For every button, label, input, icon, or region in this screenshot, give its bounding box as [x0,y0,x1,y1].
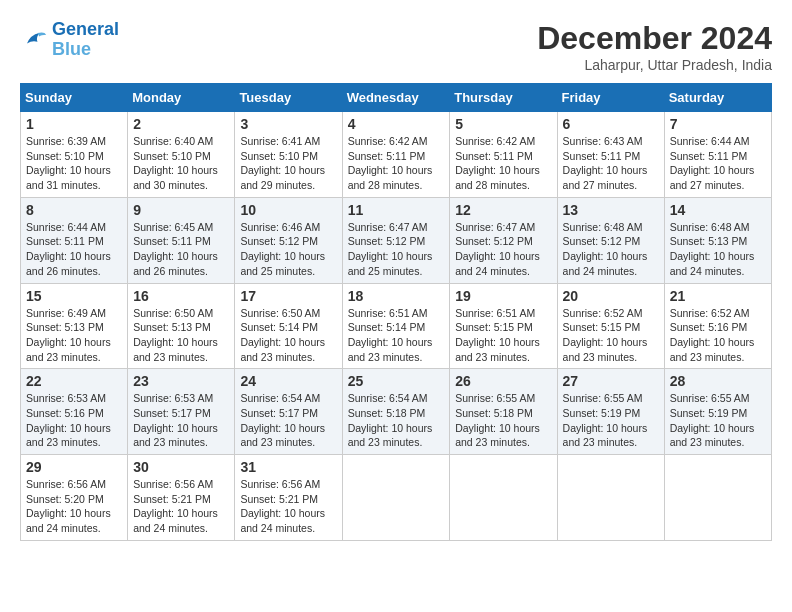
day-number: 1 [26,116,122,132]
day-info: Sunrise: 6:44 AMSunset: 5:11 PMDaylight:… [26,221,111,277]
day-number: 28 [670,373,766,389]
day-info: Sunrise: 6:47 AMSunset: 5:12 PMDaylight:… [348,221,433,277]
day-info: Sunrise: 6:45 AMSunset: 5:11 PMDaylight:… [133,221,218,277]
weekday-header-saturday: Saturday [664,84,771,112]
weekday-header-monday: Monday [128,84,235,112]
day-info: Sunrise: 6:56 AMSunset: 5:21 PMDaylight:… [240,478,325,534]
day-number: 3 [240,116,336,132]
calendar-cell: 22 Sunrise: 6:53 AMSunset: 5:16 PMDaylig… [21,369,128,455]
calendar-week-row: 29 Sunrise: 6:56 AMSunset: 5:20 PMDaylig… [21,455,772,541]
day-number: 9 [133,202,229,218]
day-number: 5 [455,116,551,132]
day-number: 6 [563,116,659,132]
calendar-cell: 29 Sunrise: 6:56 AMSunset: 5:20 PMDaylig… [21,455,128,541]
day-number: 24 [240,373,336,389]
calendar-cell: 19 Sunrise: 6:51 AMSunset: 5:15 PMDaylig… [450,283,557,369]
day-info: Sunrise: 6:41 AMSunset: 5:10 PMDaylight:… [240,135,325,191]
day-info: Sunrise: 6:55 AMSunset: 5:18 PMDaylight:… [455,392,540,448]
day-info: Sunrise: 6:48 AMSunset: 5:12 PMDaylight:… [563,221,648,277]
day-info: Sunrise: 6:50 AMSunset: 5:14 PMDaylight:… [240,307,325,363]
calendar-cell: 28 Sunrise: 6:55 AMSunset: 5:19 PMDaylig… [664,369,771,455]
calendar-cell: 21 Sunrise: 6:52 AMSunset: 5:16 PMDaylig… [664,283,771,369]
calendar-cell: 23 Sunrise: 6:53 AMSunset: 5:17 PMDaylig… [128,369,235,455]
calendar-cell: 16 Sunrise: 6:50 AMSunset: 5:13 PMDaylig… [128,283,235,369]
logo-icon [20,26,48,54]
day-info: Sunrise: 6:40 AMSunset: 5:10 PMDaylight:… [133,135,218,191]
calendar-cell: 12 Sunrise: 6:47 AMSunset: 5:12 PMDaylig… [450,197,557,283]
calendar-cell: 30 Sunrise: 6:56 AMSunset: 5:21 PMDaylig… [128,455,235,541]
calendar-week-row: 15 Sunrise: 6:49 AMSunset: 5:13 PMDaylig… [21,283,772,369]
calendar-cell: 15 Sunrise: 6:49 AMSunset: 5:13 PMDaylig… [21,283,128,369]
day-number: 7 [670,116,766,132]
weekday-header-friday: Friday [557,84,664,112]
day-info: Sunrise: 6:42 AMSunset: 5:11 PMDaylight:… [455,135,540,191]
calendar-week-row: 8 Sunrise: 6:44 AMSunset: 5:11 PMDayligh… [21,197,772,283]
day-number: 27 [563,373,659,389]
calendar-cell: 3 Sunrise: 6:41 AMSunset: 5:10 PMDayligh… [235,112,342,198]
day-number: 4 [348,116,445,132]
day-number: 2 [133,116,229,132]
day-info: Sunrise: 6:51 AMSunset: 5:14 PMDaylight:… [348,307,433,363]
day-number: 11 [348,202,445,218]
day-number: 23 [133,373,229,389]
day-info: Sunrise: 6:39 AMSunset: 5:10 PMDaylight:… [26,135,111,191]
calendar-cell: 5 Sunrise: 6:42 AMSunset: 5:11 PMDayligh… [450,112,557,198]
calendar-table: SundayMondayTuesdayWednesdayThursdayFrid… [20,83,772,541]
calendar-cell: 18 Sunrise: 6:51 AMSunset: 5:14 PMDaylig… [342,283,450,369]
calendar-cell: 10 Sunrise: 6:46 AMSunset: 5:12 PMDaylig… [235,197,342,283]
day-info: Sunrise: 6:53 AMSunset: 5:16 PMDaylight:… [26,392,111,448]
day-number: 25 [348,373,445,389]
calendar-cell: 13 Sunrise: 6:48 AMSunset: 5:12 PMDaylig… [557,197,664,283]
weekday-header-thursday: Thursday [450,84,557,112]
calendar-cell: 27 Sunrise: 6:55 AMSunset: 5:19 PMDaylig… [557,369,664,455]
day-info: Sunrise: 6:44 AMSunset: 5:11 PMDaylight:… [670,135,755,191]
day-number: 8 [26,202,122,218]
calendar-cell: 24 Sunrise: 6:54 AMSunset: 5:17 PMDaylig… [235,369,342,455]
weekday-header-tuesday: Tuesday [235,84,342,112]
month-title: December 2024 [537,20,772,57]
day-number: 15 [26,288,122,304]
day-info: Sunrise: 6:48 AMSunset: 5:13 PMDaylight:… [670,221,755,277]
day-info: Sunrise: 6:54 AMSunset: 5:18 PMDaylight:… [348,392,433,448]
day-info: Sunrise: 6:42 AMSunset: 5:11 PMDaylight:… [348,135,433,191]
calendar-cell: 20 Sunrise: 6:52 AMSunset: 5:15 PMDaylig… [557,283,664,369]
day-number: 20 [563,288,659,304]
calendar-cell: 2 Sunrise: 6:40 AMSunset: 5:10 PMDayligh… [128,112,235,198]
day-info: Sunrise: 6:46 AMSunset: 5:12 PMDaylight:… [240,221,325,277]
day-number: 16 [133,288,229,304]
calendar-cell: 1 Sunrise: 6:39 AMSunset: 5:10 PMDayligh… [21,112,128,198]
day-number: 29 [26,459,122,475]
calendar-cell: 6 Sunrise: 6:43 AMSunset: 5:11 PMDayligh… [557,112,664,198]
logo-text: GeneralBlue [52,20,119,60]
day-info: Sunrise: 6:47 AMSunset: 5:12 PMDaylight:… [455,221,540,277]
day-info: Sunrise: 6:52 AMSunset: 5:16 PMDaylight:… [670,307,755,363]
calendar-cell: 4 Sunrise: 6:42 AMSunset: 5:11 PMDayligh… [342,112,450,198]
weekday-header-sunday: Sunday [21,84,128,112]
calendar-cell: 14 Sunrise: 6:48 AMSunset: 5:13 PMDaylig… [664,197,771,283]
location: Laharpur, Uttar Pradesh, India [537,57,772,73]
calendar-week-row: 22 Sunrise: 6:53 AMSunset: 5:16 PMDaylig… [21,369,772,455]
day-number: 18 [348,288,445,304]
calendar-cell [342,455,450,541]
calendar-cell [450,455,557,541]
day-info: Sunrise: 6:43 AMSunset: 5:11 PMDaylight:… [563,135,648,191]
day-number: 31 [240,459,336,475]
day-number: 12 [455,202,551,218]
calendar-cell: 26 Sunrise: 6:55 AMSunset: 5:18 PMDaylig… [450,369,557,455]
calendar-cell: 17 Sunrise: 6:50 AMSunset: 5:14 PMDaylig… [235,283,342,369]
day-number: 13 [563,202,659,218]
day-info: Sunrise: 6:54 AMSunset: 5:17 PMDaylight:… [240,392,325,448]
day-number: 21 [670,288,766,304]
day-info: Sunrise: 6:53 AMSunset: 5:17 PMDaylight:… [133,392,218,448]
day-number: 26 [455,373,551,389]
day-info: Sunrise: 6:52 AMSunset: 5:15 PMDaylight:… [563,307,648,363]
day-number: 30 [133,459,229,475]
day-number: 22 [26,373,122,389]
day-info: Sunrise: 6:56 AMSunset: 5:20 PMDaylight:… [26,478,111,534]
day-info: Sunrise: 6:55 AMSunset: 5:19 PMDaylight:… [670,392,755,448]
day-number: 10 [240,202,336,218]
weekday-header-row: SundayMondayTuesdayWednesdayThursdayFrid… [21,84,772,112]
calendar-cell: 11 Sunrise: 6:47 AMSunset: 5:12 PMDaylig… [342,197,450,283]
calendar-cell: 9 Sunrise: 6:45 AMSunset: 5:11 PMDayligh… [128,197,235,283]
day-info: Sunrise: 6:55 AMSunset: 5:19 PMDaylight:… [563,392,648,448]
